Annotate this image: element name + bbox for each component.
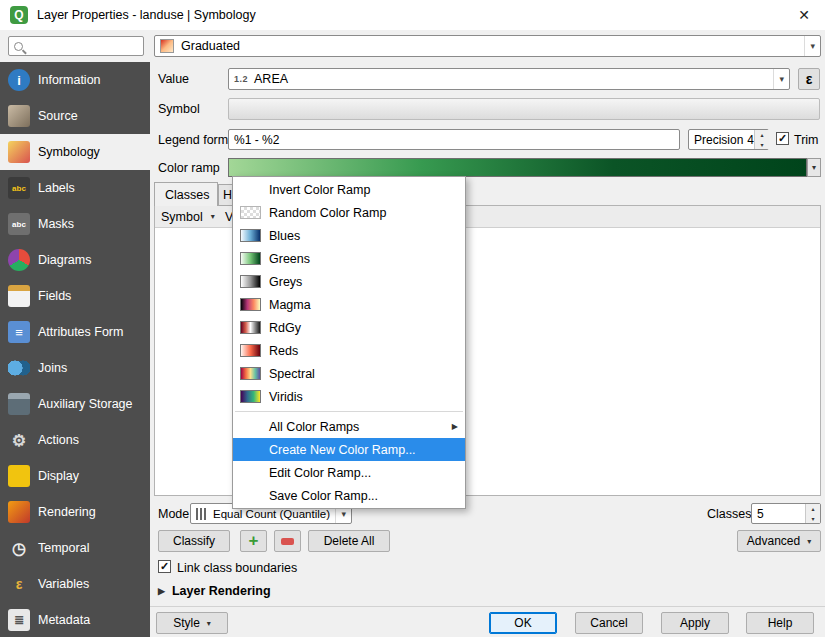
spin-down-icon[interactable]: ▾ [806,514,820,524]
sidebar-item-temporal[interactable]: ◷Temporal [0,530,150,566]
sidebar-item-fields[interactable]: Fields [0,278,150,314]
sidebar-item-label: Auxiliary Storage [38,397,133,411]
information-icon: i [8,69,30,91]
greens-ramp-icon [240,252,261,265]
classes-spin-arrows[interactable]: ▴ ▾ [805,504,820,523]
menu-item-label: Create New Color Ramp... [269,443,416,457]
search-input[interactable] [28,39,128,53]
trim-checkbox[interactable]: ✓ [776,132,789,145]
sidebar-item-label: Source [38,109,78,123]
cancel-button[interactable]: Cancel [575,612,643,634]
menu-item-label: Viridis [269,390,303,404]
sidebar-item-label: Metadata [38,613,90,627]
qgis-logo-icon: Q [10,6,28,24]
sidebar-item-metadata[interactable]: ≣Metadata [0,602,150,637]
link-class-boundaries-checkbox[interactable]: ✓ [158,560,171,573]
value-label: Value [158,72,189,86]
color-ramp-dropdown-button[interactable]: ▾ [807,158,821,177]
sidebar-item-actions[interactable]: ⚙Actions [0,422,150,458]
menu-item-all-color-ramps[interactable]: All Color Ramps▶ [233,415,465,438]
sidebar-item-label: Masks [38,217,74,231]
apply-label: Apply [680,616,710,630]
precision-spinbox[interactable]: Precision 4 ▴ ▾ [688,129,769,150]
menu-item-label: Random Color Ramp [269,206,386,220]
help-label: Help [768,616,793,630]
sidebar-item-diagrams[interactable]: Diagrams [0,242,150,278]
menu-item-label: Blues [269,229,300,243]
menu-item-label: Magma [269,298,311,312]
help-button[interactable]: Help [746,612,814,634]
advanced-button[interactable]: Advanced ▾ [737,530,821,552]
sidebar-item-symbology[interactable]: Symbology [0,134,150,170]
link-class-boundaries-label: Link class boundaries [177,561,297,575]
sidebar-item-variables[interactable]: εVariables [0,566,150,602]
variables-icon: ε [8,573,30,595]
sidebar-list: iInformationSourceSymbologyabcLabelsabcM… [0,62,150,637]
spin-up-icon[interactable]: ▴ [806,504,820,514]
classify-button[interactable]: Classify [158,530,230,552]
sidebar-item-rendering[interactable]: Rendering [0,494,150,530]
menu-item-invert-color-ramp[interactable]: Invert Color Ramp [233,178,465,201]
menu-item-random-color-ramp[interactable]: Random Color Ramp [233,201,465,224]
advanced-label: Advanced [747,534,800,548]
menu-item-create-new-color-ramp[interactable]: Create New Color Ramp... [233,438,465,461]
menu-item-greens[interactable]: Greens [233,247,465,270]
spin-down-icon[interactable]: ▾ [755,140,769,150]
menu-item-label: Save Color Ramp... [269,489,378,503]
precision-spin-arrows[interactable]: ▴ ▾ [754,130,769,149]
layer-rendering-label: Layer Rendering [172,584,271,598]
graduated-renderer-icon [160,39,174,53]
expression-button[interactable]: ε [798,68,820,90]
menu-item-edit-color-ramp[interactable]: Edit Color Ramp... [233,461,465,484]
menu-item-blues[interactable]: Blues [233,224,465,247]
sidebar-item-label: Rendering [38,505,96,519]
rdgy-ramp-icon [240,321,261,334]
minus-icon [281,538,294,545]
legend-format-input[interactable] [228,129,680,150]
value-combo[interactable]: 1.2 AREA ▾ [228,68,790,90]
sidebar-item-information[interactable]: iInformation [0,62,150,98]
sidebar-item-label: Diagrams [38,253,92,267]
tab-classes[interactable]: Classes [154,182,218,206]
sidebar-item-joins[interactable]: Joins [0,350,150,386]
layer-rendering-expander[interactable]: ▶ Layer Rendering [158,584,271,598]
delete-all-button[interactable]: Delete All [308,530,390,552]
menu-item-reds[interactable]: Reds [233,339,465,362]
sidebar-item-labels[interactable]: abcLabels [0,170,150,206]
menu-item-label: Reds [269,344,298,358]
ok-button[interactable]: OK [489,612,557,634]
style-menu-button[interactable]: Style ▾ [156,612,228,634]
temporal-icon: ◷ [8,537,30,559]
menu-item-label: All Color Ramps [269,420,359,434]
sidebar-item-label: Temporal [38,541,89,555]
sidebar-item-masks[interactable]: abcMasks [0,206,150,242]
menu-item-save-color-ramp[interactable]: Save Color Ramp... [233,484,465,507]
tab-label: Classes [165,188,209,202]
close-icon[interactable]: ✕ [793,7,815,23]
sidebar-item-attributes-form[interactable]: ≡Attributes Form [0,314,150,350]
submenu-arrow-icon: ▶ [452,422,458,431]
renderer-combo[interactable]: Graduated ▾ [154,35,821,57]
menu-item-spectral[interactable]: Spectral [233,362,465,385]
menu-item-label: Greys [269,275,302,289]
menu-item-viridis[interactable]: Viridis [233,385,465,408]
classes-spinbox[interactable]: 5 ▴ ▾ [751,503,821,524]
apply-button[interactable]: Apply [661,612,729,634]
menu-item-magma[interactable]: Magma [233,293,465,316]
color-ramp-bar[interactable] [228,158,807,177]
sidebar-item-auxiliary-storage[interactable]: Auxiliary Storage [0,386,150,422]
column-header-symbol[interactable]: Symbol ▾ [155,210,223,224]
main-panel: Graduated ▾ Value 1.2 AREA ▾ ε Symbol Le… [150,30,825,637]
remove-class-button[interactable] [274,530,301,552]
menu-item-label: Greens [269,252,310,266]
sidebar-item-display[interactable]: Display [0,458,150,494]
menu-item-greys[interactable]: Greys [233,270,465,293]
tab-label: H [223,188,232,202]
sidebar-item-source[interactable]: Source [0,98,150,134]
menu-item-rdgy[interactable]: RdGy [233,316,465,339]
add-class-button[interactable]: + [240,530,267,552]
search-box[interactable] [8,36,144,56]
decimal-field-icon: 1.2 [234,74,248,84]
renderer-value: Graduated [181,39,240,53]
spin-up-icon[interactable]: ▴ [755,130,769,140]
